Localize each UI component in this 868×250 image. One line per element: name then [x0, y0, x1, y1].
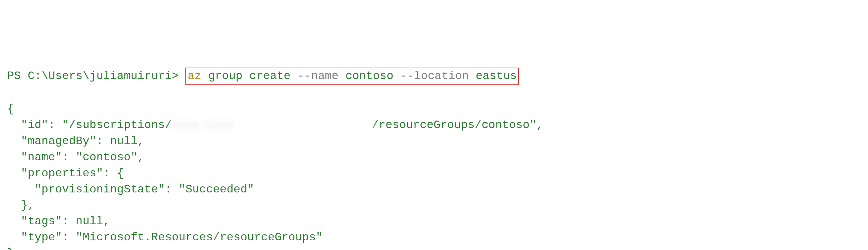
cmd-group-create: group create — [201, 69, 298, 83]
json-managedby-line: "managedBy": null, — [7, 134, 144, 148]
terminal-output: PS C:\Users\juliamuiruri> az group creat… — [7, 68, 861, 250]
command-line[interactable]: PS C:\Users\juliamuiruri> az group creat… — [7, 68, 861, 85]
json-brace-open: { — [7, 102, 14, 116]
json-properties-close: }, — [7, 198, 35, 212]
json-name-line: "name": "contoso", — [7, 151, 144, 164]
cmd-flag-name: --name — [298, 69, 339, 83]
cmd-flag-location: --location — [400, 69, 469, 83]
json-type-line: "type": "Microsoft.Resources/resourceGro… — [7, 231, 323, 244]
redacted-subscription-id — [172, 117, 372, 133]
json-provisioningstate-line: "provisioningState": "Succeeded" — [7, 183, 254, 196]
command-highlight-box: az group create --name contoso --locatio… — [185, 68, 519, 85]
json-properties-open: "properties": { — [7, 167, 124, 180]
cmd-az: az — [188, 69, 201, 83]
json-brace-close: } — [7, 247, 14, 250]
json-id-line: "id": "/subscriptions//resourceGroups/co… — [7, 118, 543, 132]
json-tags-line: "tags": null, — [7, 215, 110, 228]
prompt-prefix: PS C:\Users\juliamuiruri> — [7, 69, 185, 83]
cmd-val-name: contoso — [339, 69, 400, 83]
cmd-val-location: eastus — [469, 69, 517, 83]
